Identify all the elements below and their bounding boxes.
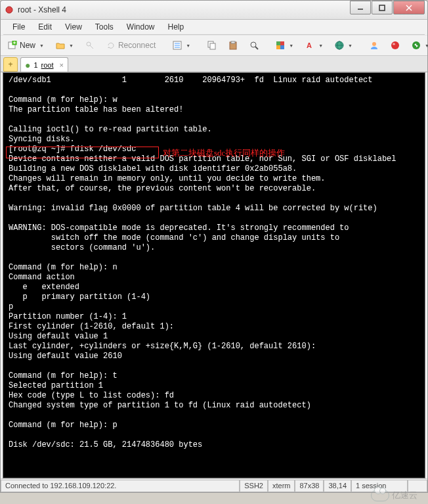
svg-point-0 (6, 7, 12, 13)
reconnect-button[interactable]: Reconnect (102, 37, 160, 54)
window-title: root - Xshell 4 (18, 5, 66, 14)
annotation-text: 对第二块磁盘sdc执行同样的操作 (163, 148, 285, 158)
dropdown-icon: ▼ (39, 43, 44, 48)
svg-point-29 (372, 42, 376, 46)
cursor-status: 38,14 (324, 480, 351, 492)
properties-button[interactable]: ▼ (168, 37, 195, 54)
ball-icon (391, 41, 400, 50)
new-icon (8, 41, 17, 50)
title-bar: root - Xshell 4 (0, 0, 428, 20)
dropdown-icon: ▼ (318, 43, 323, 48)
session-tab[interactable]: ● 1 root × (20, 57, 68, 72)
menu-help[interactable]: Help (161, 21, 191, 33)
dropdown-icon: ▼ (425, 43, 428, 48)
dropdown-icon: ▼ (348, 43, 353, 48)
app-chrome: File Edit View Tools Window Help New ▼ ▼… (0, 20, 428, 493)
window-controls (349, 1, 425, 14)
svg-line-10 (90, 45, 93, 49)
reconnect-icon (106, 41, 116, 50)
maximize-button[interactable] (372, 1, 393, 14)
svg-point-19 (251, 42, 256, 47)
reconnect-label: Reconnect (118, 41, 156, 50)
display-button[interactable]: ▼ (271, 37, 298, 54)
tab-index: 1 (33, 61, 37, 69)
svg-rect-18 (231, 41, 235, 43)
disconnect-button[interactable] (81, 37, 99, 54)
menu-tools[interactable]: Tools (89, 21, 120, 33)
open-button[interactable]: ▼ (51, 37, 78, 54)
dropdown-icon: ▼ (289, 43, 293, 48)
color-icon (276, 41, 285, 50)
connection-status: Connected to 192.168.109.120:22. (1, 480, 240, 492)
search-icon (249, 41, 259, 50)
copy-icon (207, 41, 217, 50)
svg-rect-22 (280, 41, 284, 45)
menu-view[interactable]: View (58, 21, 89, 33)
globe-icon (335, 41, 344, 50)
new-session-button[interactable]: New ▼ (3, 37, 49, 54)
new-label: New (20, 41, 35, 50)
cloud-icon (371, 490, 389, 501)
copy-button[interactable] (203, 37, 221, 54)
svg-rect-21 (276, 41, 280, 45)
paste-button[interactable] (224, 37, 242, 54)
toolbar: New ▼ ▼ Reconnect ▼ ▼ A ▼ ▼ (1, 35, 427, 56)
paste-icon (228, 41, 238, 50)
dropdown-icon: ▼ (186, 43, 190, 48)
tab-label: root (41, 61, 54, 69)
user-icon (370, 41, 379, 50)
svg-point-30 (391, 41, 399, 49)
menu-file[interactable]: File (6, 21, 32, 33)
menu-window[interactable]: Window (120, 21, 161, 33)
tab-close-button[interactable]: × (60, 61, 64, 69)
add-tab-button[interactable]: + (3, 57, 18, 72)
svg-text:A: A (307, 41, 312, 49)
close-button[interactable] (393, 1, 425, 14)
transfer-icon (412, 41, 421, 50)
app-icon (5, 5, 14, 14)
plus-icon: + (8, 60, 12, 69)
term-status: xterm (268, 480, 295, 492)
properties-icon (173, 41, 182, 50)
folder-open-icon (56, 41, 65, 50)
svg-rect-24 (280, 45, 284, 49)
font-icon: A (305, 41, 314, 50)
svg-rect-16 (210, 43, 215, 49)
svg-rect-23 (276, 45, 280, 49)
protocol-status: SSH2 (240, 480, 268, 492)
status-bar: Connected to 192.168.109.120:22. SSH2 xt… (1, 478, 427, 492)
tab-bar: + ● 1 root × (1, 56, 427, 72)
watermark: 亿速云 (371, 490, 417, 501)
user-button[interactable] (365, 37, 383, 54)
status-dot-icon: ● (25, 60, 30, 70)
terminal-area[interactable]: /dev/sdb1 1 2610 20964793+ fd Linux raid… (3, 72, 425, 478)
watermark-text: 亿速云 (392, 490, 417, 501)
minimize-button[interactable] (350, 1, 371, 14)
svg-line-20 (255, 47, 258, 49)
menu-bar: File Edit View Tools Window Help (1, 20, 427, 34)
size-status: 87x38 (295, 480, 324, 492)
terminal-text: /dev/sdb1 1 2610 20964793+ fd Linux raid… (9, 76, 396, 449)
encoding-button[interactable]: ▼ (330, 37, 357, 54)
dropdown-icon: ▼ (69, 43, 74, 48)
xftp-button[interactable]: ▼ (407, 37, 428, 54)
xshell-button[interactable] (386, 37, 404, 54)
svg-point-31 (393, 43, 395, 45)
disconnect-icon (85, 41, 95, 50)
font-button[interactable]: A ▼ (301, 37, 328, 54)
menu-edit[interactable]: Edit (32, 21, 58, 33)
svg-rect-2 (379, 5, 385, 11)
find-button[interactable] (245, 37, 263, 54)
